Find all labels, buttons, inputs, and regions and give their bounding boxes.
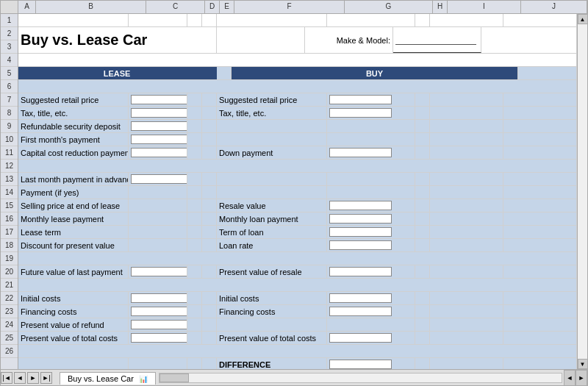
lease-input-security[interactable] <box>129 120 187 132</box>
difference-input[interactable] <box>327 358 415 369</box>
row-num-1: 1 <box>1 14 18 27</box>
cell-24j <box>503 332 577 344</box>
gap-16e <box>202 226 217 238</box>
gap-21e <box>202 292 217 304</box>
buy-input-tax[interactable] <box>327 107 415 119</box>
lease-pvrefund-box[interactable] <box>131 320 187 329</box>
row-4: LEASE BUY <box>18 67 577 80</box>
lease-security-box[interactable] <box>131 121 187 131</box>
cell-8i <box>430 120 503 132</box>
scroll-down-btn[interactable]: ▼ <box>578 359 588 369</box>
lease-lastmonth-box[interactable] <box>131 174 187 184</box>
row-7: Tax, title, etc. Tax, title, etc. <box>18 107 577 120</box>
difference-box[interactable] <box>329 360 392 369</box>
buy-input-loanrate[interactable] <box>327 239 415 251</box>
gap-22d <box>187 305 202 318</box>
buy-input-monthlyloan[interactable] <box>327 212 415 225</box>
lease-input-capital[interactable] <box>129 146 187 159</box>
tab-nav[interactable]: |◄ ◄ ► ►| <box>1 372 54 384</box>
buy-label-initialcosts: Initial costs <box>217 292 327 304</box>
lease-tax-box[interactable] <box>131 108 187 118</box>
hscroll[interactable]: |◄ ◄ ► ►| Buy vs. Lease Car 📊 ◄ ► <box>1 370 587 385</box>
scroll-up-btn[interactable]: ▲ <box>578 14 588 24</box>
lease-input-firstmonth[interactable] <box>129 133 187 146</box>
row-num-11: 11 <box>1 146 18 160</box>
hscroll-left[interactable]: ◄ <box>564 370 576 386</box>
make-model-field[interactable] <box>395 35 476 45</box>
gap-7d <box>187 107 202 119</box>
buy-srp-box[interactable] <box>329 95 392 104</box>
cell-24i <box>430 332 503 344</box>
gap-4de <box>217 67 232 79</box>
cell-1i <box>430 14 503 26</box>
lease-financingcosts-box[interactable] <box>131 307 187 316</box>
buy-input-pvresale[interactable] <box>327 265 415 278</box>
cell-16i <box>430 226 503 238</box>
buy-label-pvtotal: Present value of total costs <box>217 332 327 344</box>
hscroll-thumb[interactable] <box>159 374 189 382</box>
lease-input-financingcosts[interactable] <box>129 305 187 318</box>
lease-pvtotal-box[interactable] <box>131 333 187 343</box>
tab-nav-next[interactable]: ► <box>27 372 39 384</box>
buy-input-initialcosts[interactable] <box>327 292 415 304</box>
lease-capital-box[interactable] <box>131 148 187 157</box>
row-25 <box>18 345 577 358</box>
hscroll-track[interactable] <box>159 373 562 383</box>
buy-resale-box[interactable] <box>329 201 392 210</box>
hscroll-right[interactable]: ► <box>576 370 587 386</box>
lease-label-srp: Suggested retail price <box>18 93 129 106</box>
buy-input-downpay[interactable] <box>327 146 415 159</box>
buy-pvresale-box[interactable] <box>329 267 392 276</box>
buy-monthlyloan-box[interactable] <box>329 214 392 224</box>
col-header-d: D <box>205 1 220 13</box>
buy-input-financingcosts[interactable] <box>327 305 415 318</box>
lease-input-lastmonth[interactable] <box>129 173 187 185</box>
cell-7i <box>430 107 503 119</box>
lease-header: LEASE <box>18 67 217 79</box>
buy-input-termloan[interactable] <box>327 226 415 238</box>
cell-9i <box>430 133 503 146</box>
buy-initialcosts-box[interactable] <box>329 293 392 303</box>
lease-input-pvtotal[interactable] <box>129 332 187 344</box>
row-22: Financing costs Financing costs <box>18 305 577 318</box>
gap-26d <box>187 358 202 369</box>
right-scrollbar[interactable]: ▲ ▼ <box>577 14 587 369</box>
tab-nav-prev[interactable]: ◄ <box>14 372 26 384</box>
buy-input-pvtotal[interactable] <box>327 332 415 344</box>
sheet-tab-main[interactable]: Buy vs. Lease Car 📊 <box>60 372 156 385</box>
lease-input-pvrefund[interactable] <box>129 318 187 331</box>
gap-14h <box>415 199 430 212</box>
buy-input-resale[interactable] <box>327 199 415 212</box>
buy-label-loanrate: Loan rate <box>217 239 327 251</box>
lease-input-futurevalue[interactable] <box>129 265 187 278</box>
buy-termloan-box[interactable] <box>329 227 392 237</box>
tab-nav-last[interactable]: ►| <box>40 372 52 384</box>
lease-srp-box[interactable] <box>131 95 187 104</box>
lease-input-tax[interactable] <box>129 107 187 119</box>
gap-6e <box>202 93 217 106</box>
buy-13f <box>217 186 327 199</box>
scroll-track[interactable] <box>578 24 588 359</box>
gap-19h <box>415 265 430 278</box>
buy-tax-box[interactable] <box>329 108 392 118</box>
row-1 <box>18 14 577 27</box>
tab-nav-first[interactable]: |◄ <box>1 372 12 384</box>
make-model-input[interactable] <box>393 27 481 53</box>
lease-input-srp[interactable] <box>129 93 187 106</box>
buy-downpay-box[interactable] <box>329 148 392 157</box>
cell-3 <box>18 54 577 66</box>
lease-firstmonth-box[interactable] <box>131 135 187 144</box>
col-header-j: J <box>521 1 587 13</box>
buy-input-srp[interactable] <box>327 93 415 106</box>
buy-loanrate-box[interactable] <box>329 240 392 250</box>
buy-pvtotal-box[interactable] <box>329 333 392 343</box>
lease-label-firstmonth: First month's payment <box>18 133 129 146</box>
row-num-12: 12 <box>1 160 18 173</box>
buy-financingcosts-box[interactable] <box>329 307 392 316</box>
buy-label-termloan: Term of loan <box>217 226 327 238</box>
lease-futurevalue-box[interactable] <box>131 267 187 276</box>
cell-14c <box>129 199 187 212</box>
gap-12e <box>202 173 217 185</box>
lease-input-initialcosts[interactable] <box>129 292 187 304</box>
lease-initialcosts-box[interactable] <box>131 293 187 303</box>
